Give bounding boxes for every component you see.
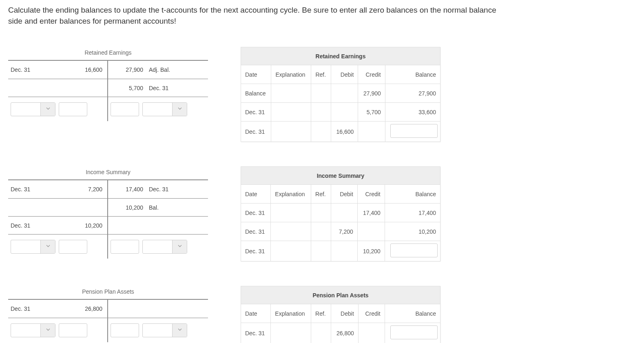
ledger-row: Dec. 3126,800 [241,323,440,343]
t-left-date: Dec. 31 [11,305,51,312]
t-left-amount: 10,200 [72,222,105,229]
ledger-balance: 33,600 [385,103,440,122]
account-section: Income SummaryDec. 317,20017,400Dec. 311… [8,166,636,261]
ledger-debit: 26,800 [331,323,358,343]
ledger-debit [331,84,358,103]
ledger-table: Income SummaryDateExplanationRef.DebitCr… [241,166,440,261]
header-debit: Debit [331,65,358,84]
header-credit: Credit [358,65,385,84]
instructions-text: Calculate the ending balances to update … [8,5,498,27]
ledger-ref [311,103,331,122]
header-ref: Ref. [311,304,331,323]
ledger-ref [311,222,331,241]
t-left-amount: 7,200 [72,186,105,193]
t-left-amount: 16,600 [72,66,105,73]
ledger-ref [311,122,331,142]
ledger-date: Balance [241,84,271,103]
ledger-credit: 27,900 [358,84,385,103]
ledger-credit [357,222,385,241]
ledger-date: Dec. 31 [241,122,271,142]
header-explanation: Explanation [271,185,311,204]
ledger-balance-input[interactable] [390,243,438,257]
t-right-amount: 5,700 [111,85,143,91]
ledger-credit [358,122,385,142]
t-account-title: Retained Earnings [8,47,208,61]
ledger-table: Retained EarningsDateExplanationRef.Debi… [241,47,440,142]
ledger-ref [311,241,331,261]
t-right-label-select[interactable] [142,323,187,337]
t-account-title: Pension Plan Assets [8,286,208,300]
ledger-explanation [271,222,311,241]
t-left-date: Dec. 31 [11,222,51,229]
header-date: Date [241,304,271,323]
ledger-debit [331,204,357,222]
ledger-explanation [271,84,311,103]
t-account: Pension Plan AssetsDec. 3126,800 [8,286,208,342]
ledger-credit: 17,400 [357,204,385,222]
ledger-row: Dec. 315,70033,600 [241,103,440,122]
t-right-label: Dec. 31 [149,85,168,91]
t-left-amount-input[interactable] [59,240,87,254]
header-date: Date [241,185,271,204]
chevron-down-icon [45,243,51,250]
header-explanation: Explanation [271,304,311,323]
header-date: Date [241,65,271,84]
t-right-label: Adj. Bal. [149,66,170,73]
ledger-ref [311,84,331,103]
ledger-date: Dec. 31 [241,222,271,241]
t-right-amount-input[interactable] [111,102,139,116]
ledger-debit [331,241,357,261]
ledger-debit: 16,600 [331,122,358,142]
t-left-date: Dec. 31 [11,66,51,73]
ledger-row: Dec. 3117,40017,400 [241,204,440,222]
t-right-label: Dec. 31 [149,186,168,193]
ledger-row: Balance27,90027,900 [241,84,440,103]
ledger-explanation [271,241,311,261]
ledger-header-row: DateExplanationRef.DebitCreditBalance [241,65,440,84]
ledger-row: Dec. 3116,600 [241,122,440,142]
account-section: Retained EarningsDec. 3116,60027,900Adj.… [8,47,636,142]
t-left-amount-input[interactable] [59,102,87,116]
header-balance: Balance [385,304,440,323]
ledger-explanation [271,103,311,122]
header-credit: Credit [357,185,385,204]
ledger-row: Dec. 317,20010,200 [241,222,440,241]
t-right-label-select[interactable] [142,240,187,254]
ledger-balance: 17,400 [385,204,440,222]
t-left-date: Dec. 31 [11,186,51,193]
ledger-ref [311,204,331,222]
t-left-amount-input[interactable] [59,323,87,337]
ledger-explanation [271,323,311,343]
ledger-credit [358,323,385,343]
ledger-table: Pension Plan AssetsDateExplanationRef.De… [241,286,440,343]
header-balance: Balance [385,65,440,84]
ledger-title: Income Summary [241,167,440,185]
chevron-down-icon [45,326,51,334]
t-right-amount: 27,900 [111,66,143,73]
ledger-balance-input[interactable] [390,325,438,339]
t-left-date-select[interactable] [11,102,55,116]
ledger-explanation [271,122,311,142]
t-account: Income SummaryDec. 317,20017,400Dec. 311… [8,166,208,259]
ledger-credit: 5,700 [358,103,385,122]
ledger-header-row: DateExplanationRef.DebitCreditBalance [241,185,440,204]
t-right-amount-input[interactable] [111,323,139,337]
t-left-date-select[interactable] [11,323,55,337]
ledger-balance-input[interactable] [390,124,438,138]
t-right-label-select[interactable] [142,102,187,116]
ledger-debit [331,103,358,122]
chevron-down-icon [177,243,183,250]
ledger-title: Pension Plan Assets [241,286,440,304]
ledger-header-row: DateExplanationRef.DebitCreditBalance [241,304,440,323]
ledger-debit: 7,200 [331,222,357,241]
ledger-date: Dec. 31 [241,323,271,343]
header-ref: Ref. [311,65,331,84]
header-debit: Debit [331,304,358,323]
ledger-explanation [271,204,311,222]
header-balance: Balance [385,185,440,204]
ledger-balance: 27,900 [385,84,440,103]
header-debit: Debit [331,185,357,204]
header-credit: Credit [358,304,385,323]
t-left-date-select[interactable] [11,240,55,254]
t-right-amount-input[interactable] [111,240,139,254]
